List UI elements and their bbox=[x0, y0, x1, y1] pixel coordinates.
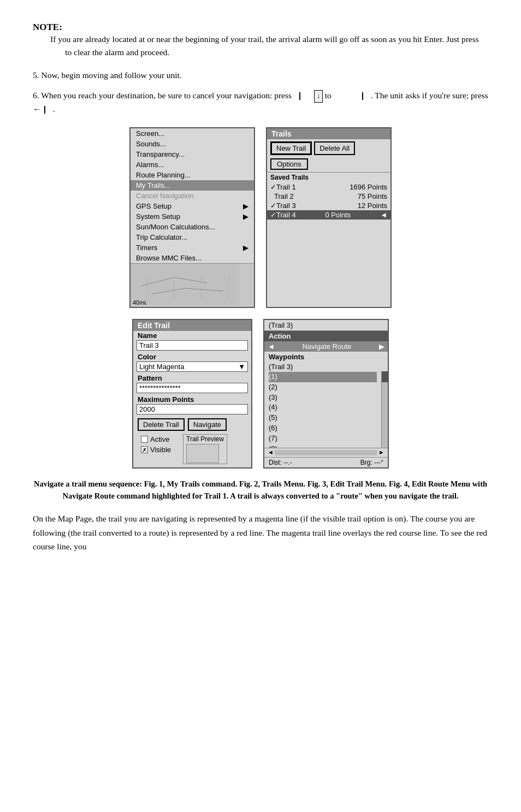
screen3-edit-trail: Edit Trail Name Trail 3 Color Light Mage… bbox=[132, 319, 252, 469]
pattern-value[interactable]: *************** bbox=[137, 383, 248, 393]
screenshots-row-2: Edit Trail Name Trail 3 Color Light Mage… bbox=[33, 319, 488, 469]
wp-3[interactable]: (3) bbox=[269, 393, 377, 403]
menu-system-setup[interactable]: System Setup ▶ bbox=[131, 211, 254, 222]
trail-4-arrow: ◄ bbox=[380, 211, 387, 219]
body-paragraph-1: On the Map Page, the trail you are navig… bbox=[33, 512, 488, 554]
menu-timers[interactable]: Timers ▶ bbox=[131, 242, 254, 253]
map-area: 40mi. bbox=[131, 263, 254, 307]
trail-2-info: 75 Points bbox=[358, 192, 387, 200]
navigate-route-arrow-right: ▶ bbox=[379, 342, 384, 351]
wp-1[interactable]: (1) bbox=[269, 372, 377, 382]
menu-timers-label: Timers bbox=[136, 244, 157, 252]
navigate-button[interactable]: Navigate bbox=[188, 418, 227, 431]
wp-7[interactable]: (7) bbox=[269, 434, 377, 444]
edit-btn-row: Delete Trail Navigate bbox=[133, 416, 251, 433]
menu-gps-setup-arrow: ▶ bbox=[243, 202, 248, 210]
navigate-route-arrow: ◄ bbox=[268, 342, 275, 351]
map-scale-label: 40mi. bbox=[133, 299, 147, 306]
trail-2-name: Trail 2 bbox=[270, 192, 294, 200]
screenshots-row: Screen... Sounds... Transparency... Alar… bbox=[33, 127, 488, 308]
note-title: NOTE: bbox=[33, 22, 62, 32]
trail-3-name: ✓Trail 3 bbox=[270, 201, 296, 210]
trail-row-3: ✓Trail 3 12 Points bbox=[267, 201, 390, 210]
menu-sun-moon: Sun/Moon Calculations... bbox=[131, 222, 254, 232]
menu-system-setup-label: System Setup bbox=[136, 212, 180, 221]
trails-options-row: Options bbox=[267, 157, 390, 171]
trail-row-4[interactable]: ✓Trail 4 0 Points ◄ bbox=[267, 210, 390, 220]
note-section: NOTE: If you are already located at or n… bbox=[33, 22, 488, 59]
note-text: If you are already located at or near th… bbox=[50, 34, 479, 57]
trail-name-value[interactable]: Trail 3 bbox=[137, 340, 248, 351]
key-bar-2 bbox=[362, 92, 363, 100]
screen2-trails: Trails New Trail Delete All Options Save… bbox=[266, 127, 392, 308]
active-checkbox[interactable] bbox=[141, 436, 148, 443]
key-bar-3 bbox=[44, 106, 45, 114]
dist-bar: Dist: --.- Brg: ---° bbox=[264, 457, 388, 467]
wp-2[interactable]: (2) bbox=[269, 382, 377, 393]
down-arrow-key: ↓ bbox=[314, 90, 323, 103]
menu-cancel-navigation: Cancel Navigation bbox=[131, 191, 254, 201]
saved-trails-label: Saved Trails bbox=[267, 172, 390, 182]
edit-trail-title: Edit Trail bbox=[133, 320, 251, 331]
scroll-left[interactable]: ◄ bbox=[268, 449, 274, 457]
color-label: Color bbox=[133, 352, 251, 361]
max-points-label: Maximum Points bbox=[133, 395, 251, 404]
step6-a: 6. When you reach your destination, be s… bbox=[33, 91, 292, 100]
trail-preview-box: Trail Preview bbox=[183, 434, 227, 464]
visible-checkbox-row: ✗ Visible bbox=[137, 444, 175, 455]
menu-screen: Screen... bbox=[131, 128, 254, 139]
menu-route-planning: Route Planning... bbox=[131, 170, 254, 180]
menu-timers-arrow: ▶ bbox=[243, 244, 248, 252]
trail-1-name: ✓Trail 1 bbox=[270, 183, 296, 191]
active-checkbox-row: Active bbox=[137, 434, 175, 444]
active-label: Active bbox=[150, 435, 169, 443]
delete-trail-button[interactable]: Delete Trail bbox=[138, 418, 185, 431]
scroll-thumb bbox=[382, 371, 388, 382]
menu-trip-calc: Trip Calculator... bbox=[131, 232, 254, 242]
wp-5[interactable]: (5) bbox=[269, 413, 377, 423]
action-header: Action bbox=[264, 331, 388, 341]
menu-alarms: Alarms... bbox=[131, 159, 254, 170]
step6-d: . bbox=[53, 104, 55, 114]
menu-system-setup-arrow: ▶ bbox=[243, 212, 248, 221]
scroll-right[interactable]: ► bbox=[378, 449, 384, 457]
wp-8[interactable]: (8) bbox=[269, 444, 377, 448]
key-bar-1 bbox=[299, 92, 300, 100]
caption: Navigate a trail menu sequence: Fig. 1, … bbox=[33, 478, 488, 502]
name-label: Name bbox=[133, 331, 251, 340]
options-button[interactable]: Options bbox=[270, 158, 308, 170]
screen1-menu: Screen... Sounds... Transparency... Alar… bbox=[129, 127, 255, 308]
step6: 6. When you reach your destination, be s… bbox=[33, 89, 488, 116]
new-trail-button[interactable]: New Trail bbox=[270, 141, 312, 155]
waypoints-list: (1) (2) (3) (4) (5) (6) (7) (8) (9) (10) bbox=[264, 371, 381, 448]
trail-1-info: 1696 Points bbox=[350, 183, 387, 191]
wp-6[interactable]: (6) bbox=[269, 423, 377, 434]
trail-preview-area bbox=[186, 444, 219, 463]
step5: 5. Now, begin moving and follow your uni… bbox=[33, 69, 488, 82]
scrollbar[interactable] bbox=[381, 371, 388, 448]
map-svg bbox=[131, 264, 240, 305]
trails-btn-row: New Trail Delete All bbox=[267, 139, 390, 157]
trail-3-info: 12 Points bbox=[358, 201, 387, 210]
brg-label: Brg: ---° bbox=[360, 459, 383, 466]
color-value[interactable]: Light Magenta ▼ bbox=[137, 361, 248, 372]
visible-label: Visible bbox=[150, 446, 171, 454]
trail-4-name: ✓Trail 4 bbox=[270, 211, 296, 219]
navigate-route-row[interactable]: ◄ Navigate Route ▶ bbox=[264, 341, 388, 352]
trails-title: Trails bbox=[267, 128, 390, 139]
trail3-title: (Trail 3) bbox=[264, 320, 388, 331]
color-text: Light Magenta bbox=[139, 363, 184, 371]
wp-4[interactable]: (4) bbox=[269, 402, 377, 413]
menu-browse-mmc: Browse MMC Files... bbox=[131, 253, 254, 263]
menu-gps-setup[interactable]: GPS Setup ▶ bbox=[131, 201, 254, 211]
step6-to: to bbox=[325, 91, 334, 100]
trail-preview-label: Trail Preview bbox=[186, 435, 224, 443]
screen4-action: (Trail 3) Action ◄ Navigate Route ▶ Wayp… bbox=[263, 319, 389, 469]
trail-4-info: 0 Points bbox=[325, 211, 351, 219]
max-points-value[interactable]: 2000 bbox=[137, 404, 248, 414]
dist-label: Dist: --.- bbox=[269, 459, 292, 466]
trail-row-1: ✓Trail 1 1696 Points bbox=[267, 182, 390, 192]
delete-all-button[interactable]: Delete All bbox=[314, 141, 355, 155]
visible-checkbox[interactable]: ✗ bbox=[141, 446, 148, 453]
menu-my-trails[interactable]: My Trails... bbox=[131, 180, 254, 191]
